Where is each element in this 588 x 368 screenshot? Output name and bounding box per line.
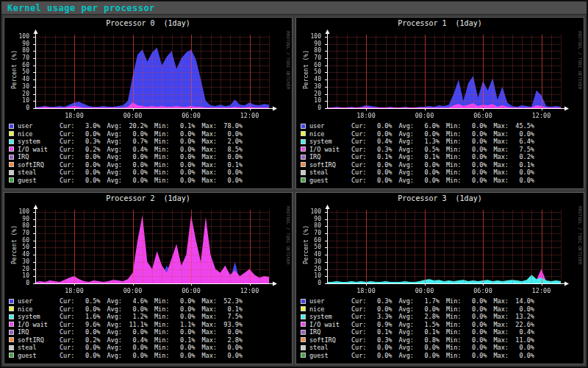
y-tick-label: 20 [299, 266, 321, 272]
stat-value: 0.0% [122, 161, 148, 169]
stat-label: Cur: [60, 328, 74, 336]
graph-plot-area[interactable] [324, 205, 570, 287]
stat-label: Max: [493, 344, 508, 352]
legend-row-softirq: softIRQCur:0.2%Avg:0.4%Min:0.1%Max:2.8% [9, 336, 289, 344]
stat-label: Max: [493, 177, 508, 185]
y-tick-label: 30 [299, 84, 321, 90]
legend-series-name: softIRQ [18, 161, 53, 169]
stat-value: 0.2% [509, 153, 534, 161]
stat-value: 0.0% [461, 130, 487, 138]
legend-row-user: userCur:0.5%Avg:4.6%Min:0.0%Max:52.3% [9, 297, 289, 305]
stat-label: Avg: [107, 313, 121, 321]
stat-value: 0.0% [366, 161, 392, 169]
page-header: Kernel usage per processor [1, 1, 587, 15]
stat-value: 1.1% [169, 321, 195, 329]
stat-label: Cur: [60, 352, 74, 360]
stat-value: 0.7% [122, 138, 148, 146]
stat-label: Min: [446, 146, 461, 154]
stat-value: 0.0% [74, 161, 100, 169]
iowait-swatch-icon [9, 322, 14, 327]
stat-value: 0.0% [461, 352, 487, 360]
stat-label: Min: [154, 344, 169, 352]
legend-series-name: softIRQ [309, 336, 345, 344]
y-tick-label: 60 [299, 63, 321, 68]
y-tick-label: 60 [299, 238, 321, 244]
stat-value: 0.0% [122, 153, 148, 161]
page-title: Kernel usage per processor [7, 3, 155, 13]
stat-label: Max: [201, 130, 216, 138]
legend-row-steal: stealCur:0.0%Avg:0.0%Min:0.0%Max:0.0% [9, 169, 289, 177]
legend-row-guest: guestCur:0.0%Avg:0.0%Min:0.0%Max:0.0% [9, 177, 289, 185]
y-tick-label: 50 [299, 69, 321, 75]
legend-row-irq: IRQCur:0.1%Avg:0.1%Min:0.0%Max:0.2% [301, 153, 581, 161]
stat-value: 0.2% [74, 336, 100, 344]
stat-value: 0.0% [461, 313, 487, 321]
stat-value: 0.0% [366, 177, 392, 185]
irq-swatch-icon [301, 155, 306, 160]
stat-value: 0.3% [366, 336, 392, 344]
stat-value: 0.0% [461, 328, 487, 336]
stat-label: Max: [493, 313, 508, 321]
y-tick-label: 100 [7, 209, 29, 215]
x-tick-label: 00:00 [121, 287, 146, 294]
stat-value: 0.0% [461, 321, 487, 329]
stat-label: Min: [446, 153, 461, 161]
rrdtool-watermark: RRDTOOL / TOBI OETIKER [578, 206, 583, 264]
x-tick-label: 12:00 [237, 287, 262, 294]
y-tick-label: 70 [7, 230, 29, 236]
stat-label: Cur: [351, 352, 366, 360]
stat-label: Min: [154, 328, 169, 336]
softirq-swatch-icon [9, 337, 14, 342]
y-tick-label: 90 [7, 41, 29, 47]
graphs-grid: Processor 0 (1day)Percent (%)01020304050… [1, 15, 587, 367]
stat-label: Min: [154, 321, 169, 329]
legend-row-iowait: I/O waitCur:0.9%Avg:1.5%Min:0.0%Max:22.6… [301, 321, 581, 329]
legend-row-softirq: softIRQCur:0.0%Avg:0.0%Min:0.0%Max:0.1% [9, 161, 289, 169]
stat-label: Cur: [351, 138, 366, 146]
steal-swatch-icon [9, 170, 14, 175]
stat-label: Min: [446, 177, 461, 185]
stat-value: 0.0% [169, 153, 195, 161]
graph-plot-area[interactable] [324, 29, 570, 112]
stat-value: 7.5% [217, 313, 243, 321]
graph-plot-area[interactable] [32, 29, 278, 112]
stat-value: 0.3% [366, 297, 392, 305]
y-tick-label: 60 [7, 63, 29, 68]
stat-label: Cur: [351, 130, 366, 138]
stat-value: 0.1% [414, 328, 440, 336]
stat-value: 6.4% [509, 138, 534, 146]
stat-label: Min: [154, 122, 169, 130]
stat-label: Avg: [107, 321, 121, 329]
graph-legend: userCur:3.0%Avg:20.2%Min:0.1%Max:78.0%ni… [9, 122, 289, 184]
stat-label: Min: [446, 169, 461, 177]
stat-label: Avg: [107, 122, 121, 130]
stat-value: 0.0% [217, 130, 243, 138]
legend-row-user: userCur:3.0%Avg:20.2%Min:0.1%Max:78.0% [9, 122, 289, 130]
graph-legend: userCur:0.0%Avg:6.0%Min:0.0%Max:45.5%nic… [301, 122, 581, 184]
graph-plot-area[interactable] [32, 205, 278, 287]
x-tick-label: 18:00 [62, 287, 87, 294]
stat-value: 0.0% [414, 177, 440, 185]
stat-label: Avg: [398, 321, 413, 329]
legend-series-name: system [18, 313, 53, 321]
guest-swatch-icon [9, 353, 14, 358]
stat-label: Avg: [398, 146, 413, 154]
stat-value: 0.0% [169, 177, 195, 185]
stat-label: Min: [446, 336, 461, 344]
stat-label: Cur: [60, 313, 74, 321]
stat-value: 0.0% [169, 146, 195, 154]
stat-value: 0.0% [169, 305, 195, 314]
y-tick-label: 40 [299, 77, 321, 82]
y-tick-label: 0 [7, 280, 29, 286]
stat-label: Cur: [60, 122, 74, 130]
y-tick-label: 50 [299, 244, 321, 250]
stat-value: 0.3% [74, 138, 100, 146]
stat-value: 1.2% [122, 313, 148, 321]
user-swatch-icon [301, 299, 306, 304]
stat-label: Max: [493, 336, 508, 344]
y-tick-label: 100 [299, 34, 321, 40]
stat-label: Max: [493, 297, 508, 305]
stat-value: 0.0% [122, 352, 148, 360]
legend-series-name: guest [18, 177, 53, 185]
stat-label: Avg: [107, 297, 121, 305]
